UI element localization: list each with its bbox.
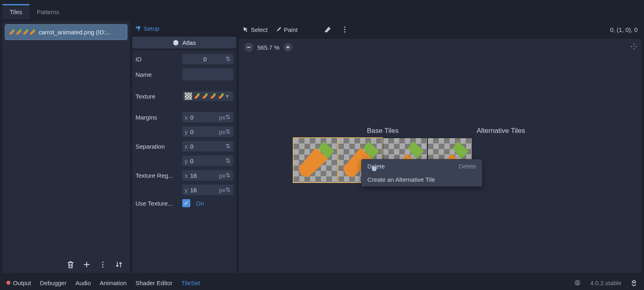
reg-x-value: 16 (190, 172, 219, 179)
name-field[interactable] (182, 68, 233, 80)
texture-thumb-icon (194, 93, 200, 99)
viewport-top-bar: Select Paint 0, (1, 0), 0 (239, 22, 642, 37)
sort-button[interactable] (115, 260, 123, 269)
context-menu: Delete Delete Create an Alternative Tile (361, 159, 482, 187)
use-texture-state: On (196, 200, 204, 207)
bottom-tab-shader[interactable]: Shader Editor (135, 279, 173, 286)
reg-y-value: 16 (190, 187, 219, 193)
zoom-controls: 565.7 % (244, 43, 292, 52)
mode-select[interactable]: Select (243, 26, 268, 33)
inspector-column: Setup Atlas ID 0 ⇅ Name (132, 22, 236, 273)
unit-label: px (219, 114, 225, 121)
zoom-level: 565.7 % (257, 44, 279, 51)
tile-cell[interactable] (293, 138, 338, 183)
use-texture-checkbox[interactable]: ✓ (182, 199, 190, 207)
chevron-down-icon: ▾ (226, 92, 229, 100)
mode-select-label: Select (251, 26, 268, 33)
id-field[interactable]: 0 ⇅ (182, 54, 233, 64)
tab-tiles[interactable]: Tiles (2, 4, 29, 19)
separation-y-field[interactable]: y0⇅ (182, 156, 233, 166)
version-label: 4.0.2.stable (590, 279, 621, 286)
alternative-tiles-label: Alternative Tiles (477, 127, 525, 135)
unit-label: px (219, 128, 225, 135)
texture-thumb-icon (218, 93, 224, 99)
texture-label: Texture (135, 93, 180, 100)
mode-paint[interactable]: Paint (276, 26, 298, 33)
delete-source-button[interactable] (66, 260, 75, 269)
zoom-in-button[interactable] (283, 43, 292, 52)
source-toolbar (2, 256, 130, 273)
coordinate-readout: 0, (1, 0), 0 (610, 26, 638, 33)
context-menu-hint: Delete (459, 163, 476, 170)
svg-point-1 (102, 264, 103, 265)
region-y-field[interactable]: y16px⇅ (182, 185, 233, 195)
top-tab-bar: Tiles Patterns (0, 0, 644, 19)
source-item[interactable]: carrot_animated.png (ID:... (5, 24, 127, 40)
bottom-dock: Output Debugger Audio Animation Shader E… (0, 275, 644, 290)
svg-point-6 (575, 280, 580, 286)
tab-patterns[interactable]: Patterns (29, 5, 67, 19)
margins-x-value: 0 (190, 114, 219, 121)
eraser-button[interactable] (323, 25, 332, 34)
mode-setup[interactable]: Setup (135, 25, 159, 32)
bottom-tab-animation[interactable]: Animation (100, 279, 127, 286)
bottom-tab-output[interactable]: Output (13, 279, 31, 286)
texture-thumb-icon (202, 93, 208, 99)
output-indicator-icon (6, 281, 10, 285)
base-tiles-label: Base Tiles (367, 127, 398, 135)
bottom-tab-tileset[interactable]: TileSet (181, 279, 200, 286)
svg-point-3 (344, 26, 345, 27)
svg-point-4 (344, 29, 345, 30)
engine-icon (574, 279, 581, 286)
region-x-field[interactable]: x16px⇅ (182, 170, 233, 181)
source-more-button[interactable] (98, 260, 107, 269)
bottom-tab-debugger[interactable]: Debugger (40, 279, 67, 286)
source-thumbnail (8, 29, 35, 36)
atlas-header: Atlas (132, 37, 236, 48)
sep-y-value: 0 (190, 158, 226, 164)
unit-label: px (219, 187, 225, 193)
expand-dock-button[interactable] (630, 279, 638, 286)
atlas-properties: ID 0 ⇅ Name Texture (132, 50, 236, 273)
stepper-icon: ⇅ (225, 55, 231, 63)
atlas-header-label: Atlas (182, 39, 196, 46)
svg-point-0 (102, 261, 103, 263)
svg-point-5 (344, 31, 345, 32)
use-texture-label: Use Texture... (135, 200, 180, 207)
texture-picker[interactable]: ▾ (182, 91, 233, 101)
mode-setup-label: Setup (144, 25, 159, 32)
box-icon (173, 40, 179, 46)
texture-thumb-icon (210, 93, 216, 99)
svg-point-2 (102, 266, 103, 267)
zoom-out-button[interactable] (244, 43, 253, 52)
margins-y-value: 0 (190, 128, 219, 135)
region-label: Texture Reg... (135, 172, 180, 179)
svg-point-7 (576, 282, 577, 283)
source-panel: carrot_animated.png (ID:... (2, 22, 130, 273)
id-label: ID (135, 56, 180, 63)
bottom-tab-audio[interactable]: Audio (75, 279, 91, 286)
viewport-column: Select Paint 0, (1, 0), 0 (239, 22, 642, 273)
svg-point-8 (578, 282, 579, 283)
cursor-indicator (372, 166, 377, 171)
separation-x-field[interactable]: x0⇅ (182, 141, 233, 151)
unit-label: px (219, 172, 225, 179)
separation-label: Separation (135, 143, 180, 150)
name-label: Name (135, 71, 180, 78)
mode-paint-label: Paint (284, 26, 298, 33)
margins-y-field[interactable]: y0px⇅ (182, 126, 233, 137)
source-list[interactable]: carrot_animated.png (ID:... (2, 22, 130, 256)
source-item-label: carrot_animated.png (ID:... (39, 29, 110, 36)
viewport-more-button[interactable] (340, 25, 349, 34)
context-menu-create-alternative[interactable]: Create an Alternative Tile (362, 173, 482, 186)
inspector-mode-bar: Setup (132, 22, 236, 35)
move-handle-icon[interactable] (630, 43, 638, 50)
add-source-button[interactable] (82, 260, 91, 269)
checker-icon (185, 92, 192, 100)
margins-label: Margins (135, 114, 180, 121)
tile-viewport[interactable]: 565.7 % Base Tiles Alternative Tiles (239, 39, 642, 273)
sep-x-value: 0 (190, 143, 226, 150)
margins-x-field[interactable]: x0px⇅ (182, 112, 233, 122)
id-value: 0 (185, 56, 225, 63)
